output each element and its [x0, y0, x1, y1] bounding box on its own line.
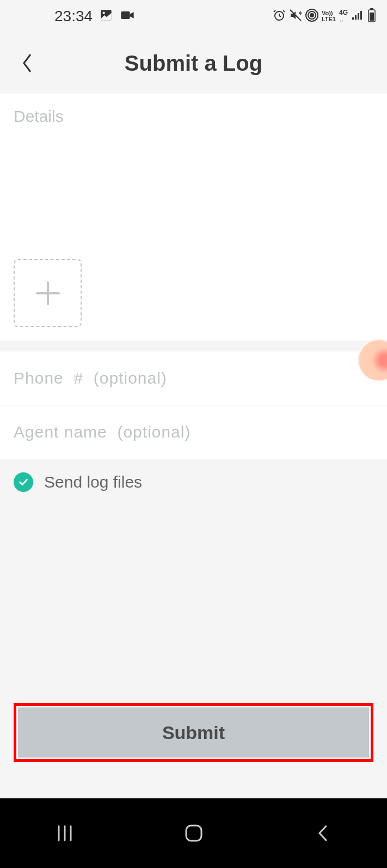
image-icon: [99, 8, 113, 24]
send-logs-row[interactable]: Send log files: [0, 459, 387, 506]
agent-name-input[interactable]: [0, 405, 387, 459]
app-header: Submit a Log: [0, 33, 387, 94]
section-divider: [0, 341, 387, 352]
mute-vibrate-icon: [289, 9, 302, 24]
submit-highlight: Submit: [14, 703, 373, 762]
page-title: Submit a Log: [38, 51, 349, 76]
lte-indicator: Vo))LTE1: [322, 10, 336, 22]
status-right: Vo))LTE1 4G↓↑: [273, 8, 376, 24]
network-4g-icon: 4G↓↑: [339, 9, 348, 24]
phone-input[interactable]: [0, 352, 387, 405]
status-time: 23:34: [54, 8, 93, 25]
checkmark-icon: [14, 472, 33, 492]
svg-point-5: [310, 14, 314, 17]
recents-button[interactable]: [48, 817, 81, 849]
svg-rect-8: [352, 17, 354, 20]
send-logs-label: Send log files: [44, 473, 142, 491]
svg-rect-14: [370, 13, 374, 21]
nav-back-button[interactable]: [306, 817, 339, 849]
svg-rect-11: [360, 11, 362, 20]
signal-icon: [351, 10, 364, 23]
home-button[interactable]: [177, 817, 210, 849]
android-nav-bar: [0, 798, 387, 868]
details-section: [0, 94, 387, 341]
svg-rect-9: [355, 15, 357, 20]
back-button[interactable]: [16, 52, 38, 74]
svg-rect-2: [121, 11, 130, 19]
svg-rect-10: [358, 13, 359, 20]
video-icon: [120, 8, 135, 24]
battery-icon: [367, 8, 376, 24]
details-input[interactable]: [14, 107, 373, 254]
add-attachment-button[interactable]: [14, 259, 82, 327]
hotspot-icon: [305, 9, 318, 24]
status-left: 23:34: [54, 8, 135, 25]
svg-rect-20: [186, 826, 201, 841]
svg-point-1: [103, 12, 105, 14]
status-bar: 23:34 Vo))LTE1 4G↓↑: [0, 0, 387, 33]
input-section: [0, 352, 387, 459]
submit-button[interactable]: Submit: [18, 707, 369, 758]
alarm-icon: [273, 9, 286, 24]
submit-container: Submit: [0, 703, 387, 762]
